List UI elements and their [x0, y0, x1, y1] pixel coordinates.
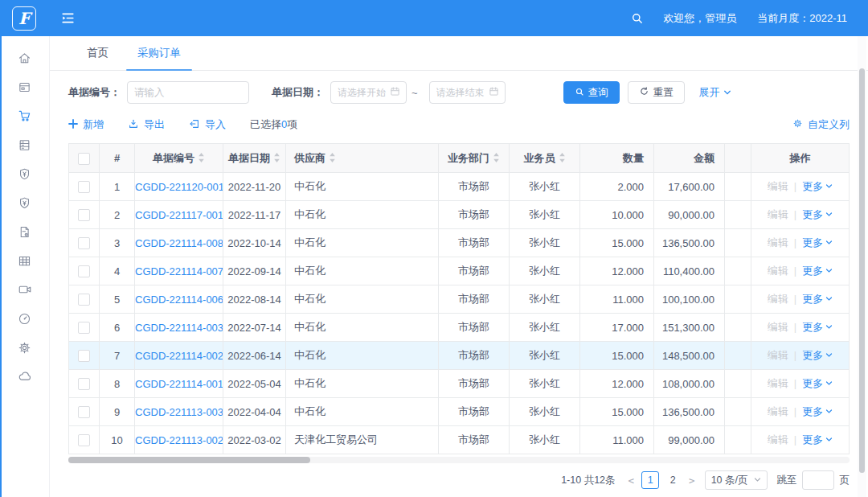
row-checkbox[interactable]: [78, 294, 90, 306]
more-action[interactable]: 更多: [802, 349, 833, 361]
cell-doc_no[interactable]: CGDD-221114-007: [135, 257, 223, 285]
cell-doc_no[interactable]: CGDD-221113-003: [135, 398, 223, 426]
jump-page-input[interactable]: [802, 470, 834, 490]
cell-date: 2022-09-14: [223, 257, 286, 285]
cell-dept: 市场部: [439, 229, 510, 257]
row-checkbox[interactable]: [78, 265, 90, 277]
sort-icon[interactable]: [273, 152, 280, 166]
query-button[interactable]: 查询: [563, 81, 620, 104]
sidebar-item-billing[interactable]: [0, 72, 49, 101]
column-header-supplier[interactable]: 供应商: [286, 144, 439, 173]
more-action[interactable]: 更多: [802, 236, 833, 249]
more-action[interactable]: 更多: [802, 265, 833, 277]
row-checkbox[interactable]: [78, 350, 90, 362]
edit-action[interactable]: 编辑: [768, 377, 788, 389]
date-end-picker[interactable]: [429, 81, 506, 104]
date-end-input[interactable]: [436, 87, 489, 98]
sidebar-item-report[interactable]: [0, 217, 49, 246]
cell-doc_no[interactable]: CGDD-221120-001: [135, 173, 223, 201]
cell-doc_no[interactable]: CGDD-221117-001: [135, 201, 223, 229]
sort-icon[interactable]: [559, 152, 566, 166]
app-logo[interactable]: F: [12, 6, 36, 31]
prev-page-button[interactable]: <: [624, 474, 640, 487]
sidebar-item-video[interactable]: [0, 275, 49, 304]
menu-unfold-icon[interactable]: [60, 10, 76, 26]
sidebar-item-money-security[interactable]: [0, 188, 49, 217]
content-panel: 单据编号： 单据日期： ~ 查询: [50, 71, 868, 490]
row-checkbox[interactable]: [78, 237, 90, 249]
page-number-2[interactable]: 2: [664, 471, 682, 489]
sidebar-item-home[interactable]: [0, 43, 49, 72]
edit-action[interactable]: 编辑: [768, 433, 788, 446]
row-select-cell: [69, 398, 100, 426]
edit-action[interactable]: 编辑: [768, 321, 788, 333]
doc-no-input[interactable]: [127, 81, 249, 104]
cell-doc_no[interactable]: CGDD-221114-003: [135, 314, 223, 342]
edit-action[interactable]: 编辑: [768, 293, 788, 305]
row-select-cell: [69, 173, 100, 201]
tab-home[interactable]: 首页: [72, 36, 123, 70]
cell-doc_no[interactable]: CGDD-221114-001: [135, 370, 223, 398]
column-header-date[interactable]: 单据日期: [223, 144, 286, 173]
add-button[interactable]: 新增: [68, 117, 104, 132]
import-button[interactable]: 导入: [189, 117, 226, 132]
sidebar-item-funds[interactable]: [0, 159, 49, 188]
row-checkbox[interactable]: [78, 378, 90, 390]
sort-icon[interactable]: [198, 152, 205, 166]
page-size-select[interactable]: 10 条/页: [705, 470, 768, 490]
next-page-button[interactable]: >: [684, 474, 700, 487]
vertical-scrollbar-thumb[interactable]: [859, 68, 865, 473]
row-checkbox[interactable]: [78, 209, 90, 221]
tab-purchase-orders[interactable]: 采购订单: [123, 36, 195, 70]
column-header-doc_no[interactable]: 单据编号: [135, 144, 223, 173]
sidebar-item-inventory[interactable]: [0, 130, 49, 159]
cell-doc_no[interactable]: CGDD-221114-002: [135, 342, 223, 370]
export-button[interactable]: 导出: [128, 117, 165, 132]
refresh-icon: [639, 86, 649, 99]
edit-action[interactable]: 编辑: [768, 349, 788, 361]
edit-action[interactable]: 编辑: [768, 180, 788, 192]
row-checkbox[interactable]: [78, 406, 90, 418]
select-all-checkbox[interactable]: [78, 153, 90, 165]
expand-toggle[interactable]: 展开: [699, 85, 731, 100]
more-action[interactable]: 更多: [802, 405, 833, 417]
search-icon[interactable]: [630, 11, 644, 25]
chevron-down-icon: [823, 208, 833, 220]
sort-icon[interactable]: [493, 152, 500, 166]
more-action[interactable]: 更多: [802, 433, 833, 446]
action-separator: |: [794, 349, 796, 361]
custom-columns-button[interactable]: 自定义列: [792, 117, 850, 132]
edit-action[interactable]: 编辑: [768, 208, 788, 220]
more-action[interactable]: 更多: [802, 180, 833, 192]
table-header-row: #单据编号单据日期供应商业务部门业务员数量金额操作: [69, 144, 850, 173]
row-checkbox[interactable]: [78, 181, 90, 193]
sidebar-item-settings[interactable]: [0, 333, 49, 362]
more-action[interactable]: 更多: [802, 208, 833, 220]
row-checkbox[interactable]: [78, 322, 90, 334]
sidebar-item-purchase[interactable]: [0, 101, 49, 130]
date-start-input[interactable]: [338, 87, 390, 98]
column-header-salesperson[interactable]: 业务员: [510, 144, 580, 173]
reset-button[interactable]: 重置: [628, 81, 685, 104]
cell-doc_no[interactable]: CGDD-221114-006: [135, 285, 223, 314]
page-number-1[interactable]: 1: [641, 471, 659, 489]
more-action[interactable]: 更多: [802, 321, 833, 333]
sidebar-item-cloud[interactable]: [0, 362, 49, 391]
welcome-text[interactable]: 欢迎您，管理员: [663, 11, 736, 26]
gap-column-header: [725, 144, 751, 173]
cell-doc_no[interactable]: CGDD-221114-008: [135, 229, 223, 257]
edit-action[interactable]: 编辑: [768, 236, 788, 249]
sidebar-item-dashboard[interactable]: [0, 304, 49, 333]
sort-icon[interactable]: [329, 152, 336, 166]
column-header-dept[interactable]: 业务部门: [439, 144, 510, 173]
cell-doc_no[interactable]: CGDD-221113-002: [135, 426, 223, 454]
horizontal-scrollbar[interactable]: [68, 457, 850, 463]
edit-action[interactable]: 编辑: [768, 405, 788, 417]
horizontal-scrollbar-thumb[interactable]: [68, 457, 310, 463]
more-action[interactable]: 更多: [802, 377, 833, 389]
date-start-picker[interactable]: [330, 81, 407, 104]
more-action[interactable]: 更多: [802, 293, 833, 305]
edit-action[interactable]: 编辑: [768, 265, 788, 277]
sidebar-item-tables[interactable]: [0, 246, 49, 275]
row-checkbox[interactable]: [78, 434, 90, 446]
